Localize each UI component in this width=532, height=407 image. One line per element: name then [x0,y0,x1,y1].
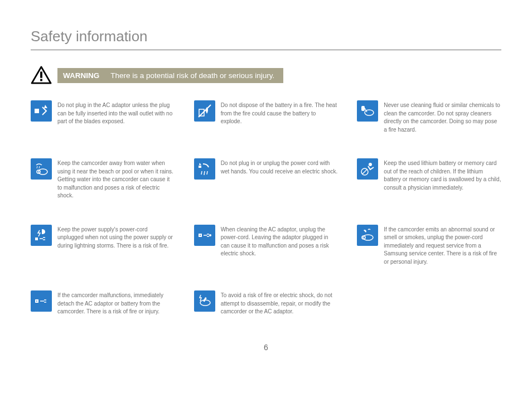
warning-strip: WARNING There is a potential risk of dea… [57,68,283,83]
page-title: Safety information [31,28,501,45]
svg-rect-11 [199,166,201,168]
svg-line-17 [362,169,367,174]
lightning-unplug-icon [31,225,52,246]
svg-rect-2 [35,109,39,113]
wet-hands-icon [194,158,215,180]
svg-point-21 [209,234,211,236]
warning-item: If the camcorder emits an abnormal sound… [357,225,501,267]
warning-text: If the camcorder malfunctions, immediate… [57,290,175,316]
svg-line-4 [199,105,211,117]
svg-point-20 [200,235,201,236]
warning-item: Keep the power supply's power-cord unplu… [31,225,175,267]
warning-text: Keep the power supply's power-cord unplu… [57,225,175,250]
no-chemical-icon [357,100,378,122]
warning-text: Do not plug in or unplug the power cord … [221,158,338,176]
warning-text: Do not dispose of the battery in a fire.… [221,100,338,126]
svg-rect-6 [361,106,365,111]
warning-item: If the camcorder malfunctions, immediate… [31,290,175,316]
title-rule [31,50,501,50]
svg-line-7 [37,166,37,168]
warning-item: Do not dispose of the battery in a fire.… [194,100,338,134]
svg-line-8 [39,166,40,168]
warning-text: Never use cleaning fluid or similar chem… [384,100,501,134]
svg-rect-18 [35,238,38,240]
svg-line-14 [207,171,207,175]
no-fire-icon [194,100,215,122]
warning-text: When cleaning the AC adaptor, unplug the… [221,225,338,258]
smoke-smell-icon [357,225,378,246]
warning-item: When cleaning the AC adaptor, unplug the… [194,225,338,267]
svg-rect-27 [203,297,207,302]
warning-text: To avoid a risk of fire or electric shoc… [221,290,338,316]
warning-text: If the camcorder emits an abnormal sound… [384,225,501,267]
warning-text: Keep the camcorder away from water when … [57,158,175,200]
warning-text: There is a potential risk of death or se… [110,71,274,80]
svg-point-25 [36,301,37,302]
svg-line-12 [201,171,202,175]
warning-triangle-icon [31,66,52,85]
warning-item: Do not plug in or unplug the power cord … [194,158,338,200]
warning-item: Keep the camcorder away from water when … [31,158,175,200]
no-disassemble-icon [194,290,215,312]
warning-item: To avoid a risk of fire or electric shoc… [194,290,338,316]
keep-from-children-icon [357,158,378,180]
warning-text: Do not plug in the AC adaptor unless the… [57,100,175,126]
svg-point-26 [200,300,210,306]
svg-point-22 [363,235,373,240]
warning-item: Keep the used lithium battery or memory … [357,158,501,200]
warning-item: Never use cleaning fluid or similar chem… [357,100,501,134]
svg-point-15 [369,163,372,166]
svg-rect-0 [40,71,42,77]
svg-rect-1 [40,79,42,81]
clean-unplug-icon [194,225,215,246]
warning-banner: WARNING There is a potential risk of dea… [31,66,501,85]
page-number: 6 [31,343,501,352]
warning-item: Do not plug in the AC adaptor unless the… [31,100,175,134]
detach-battery-icon [31,290,52,312]
warning-label: WARNING [63,71,99,80]
warning-text: Keep the used lithium battery or memory … [384,158,501,192]
svg-line-13 [204,171,205,175]
plug-spark-icon [31,100,52,122]
water-rain-icon [31,158,52,180]
warnings-grid: Do not plug in the AC adaptor unless the… [31,100,501,316]
